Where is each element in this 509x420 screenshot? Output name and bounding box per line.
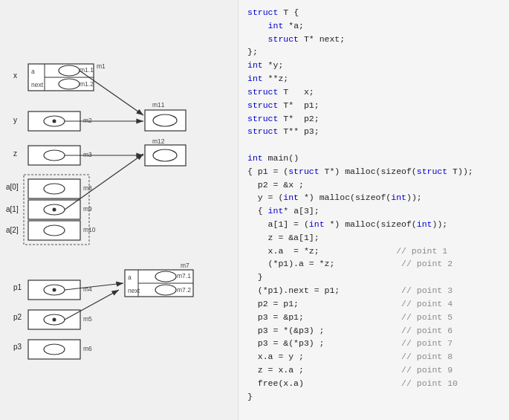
var-x-label: x [13, 71, 17, 80]
m6-oval [44, 344, 65, 355]
m8-oval [44, 184, 65, 194]
var-a2-label: a[2] [6, 226, 19, 234]
m7-1-oval [155, 271, 176, 282]
var-p3-label: p3 [13, 343, 22, 351]
m7-next-label: next [128, 287, 140, 294]
code-panel: struct T { int *a; struct T* next; }; in… [238, 0, 509, 420]
x-next-label: next [31, 81, 44, 88]
m7-2-oval [155, 285, 176, 295]
m5-dot [53, 318, 56, 322]
m3-oval [44, 150, 65, 161]
m9-label: m9 [83, 205, 92, 213]
m1-2-label: m1.2 [80, 80, 94, 88]
m10-oval [44, 225, 65, 236]
var-p2-label: p2 [13, 313, 22, 321]
var-y-label: y [13, 116, 17, 124]
m4-dot [53, 288, 56, 292]
m1-2-oval [59, 79, 80, 89]
var-a1-label: a[1] [6, 205, 19, 213]
m11-oval [153, 114, 177, 126]
m7-label: m7 [181, 262, 189, 269]
var-z-label: z [13, 149, 17, 158]
m12-label: m12 [152, 138, 165, 145]
m1-label: m1 [97, 62, 106, 70]
m12-oval [153, 149, 177, 161]
var-a0-label: a[0] [6, 183, 19, 191]
memory-diagram: x y z a[0] a[1] a[2] p1 p2 p3 a next m1 [0, 0, 238, 420]
m7-2-label: m7.2 [177, 286, 191, 294]
m2-label: m2 [83, 117, 92, 124]
m11-label: m11 [152, 101, 165, 109]
m3-label: m3 [83, 151, 92, 158]
var-p1-label: p1 [13, 283, 22, 291]
m7-a-label: a [128, 274, 132, 281]
m1-1-oval [59, 65, 80, 76]
m5-label: m5 [83, 315, 92, 323]
m7-1-label: m7.1 [177, 272, 191, 280]
m9-dot [53, 208, 56, 212]
x-a-label: a [31, 68, 35, 75]
diagram-panel: x y z a[0] a[1] a[2] p1 p2 p3 a next m1 [0, 0, 238, 420]
m2-dot [53, 120, 56, 123]
m6-label: m6 [83, 345, 92, 352]
code-content: struct T { int *a; struct T* next; }; in… [247, 6, 500, 403]
x-a-to-m11-arrow [80, 71, 143, 115]
